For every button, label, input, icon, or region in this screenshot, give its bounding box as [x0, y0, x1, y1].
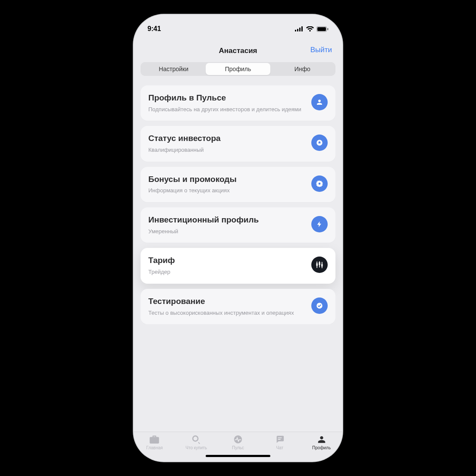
- svg-rect-0: [295, 30, 296, 31]
- cellular-icon: [295, 26, 304, 31]
- svg-rect-17: [278, 437, 282, 438]
- card-subtitle: Трейдер: [148, 268, 305, 276]
- card-title: Бонусы и промокоды: [148, 175, 305, 185]
- card-investment-profile[interactable]: Инвестиционный профиль Умеренный: [141, 207, 335, 243]
- profile-sections: Профиль в Пульсе Подписывайтесь на други…: [134, 81, 342, 324]
- svg-rect-10: [316, 263, 318, 266]
- card-investor-status[interactable]: Статус инвестора Квалифицированный: [141, 126, 335, 161]
- chat-icon: [274, 435, 285, 444]
- svg-point-8: [319, 182, 321, 185]
- screen: 9:41 Анастасия Выйти: [134, 15, 342, 461]
- gear-star-icon: [311, 175, 328, 192]
- phone-frame: 9:41 Анастасия Выйти: [134, 15, 342, 461]
- tab-home[interactable]: Главная: [139, 435, 170, 450]
- svg-rect-2: [299, 28, 301, 31]
- bolt-icon: [311, 216, 328, 232]
- svg-rect-1: [297, 29, 298, 31]
- tab-label: Профиль: [312, 445, 331, 450]
- card-title: Профиль в Пульсе: [148, 93, 305, 103]
- svg-rect-5: [317, 27, 326, 31]
- briefcase-icon: [149, 435, 160, 444]
- tab-label: Что купить: [185, 445, 207, 450]
- candles-icon: [311, 257, 328, 273]
- card-subtitle: Умеренный: [148, 228, 305, 235]
- card-tariff[interactable]: Тариф Трейдер: [141, 248, 335, 283]
- status-time: 9:41: [147, 25, 161, 33]
- card-title: Тариф: [148, 256, 305, 266]
- person-icon: [311, 94, 328, 110]
- card-pulse-profile[interactable]: Профиль в Пульсе Подписывайтесь на други…: [141, 85, 335, 121]
- segmented-control: Настройки Профиль Инфо: [141, 62, 335, 76]
- card-subtitle: Квалифицированный: [148, 146, 305, 154]
- status-bar: 9:41: [134, 15, 342, 39]
- card-subtitle: Тесты о высокорискованных инструментах и…: [148, 309, 305, 317]
- card-testing[interactable]: Тестирование Тесты о высокорискованных и…: [141, 289, 335, 324]
- wifi-icon: [306, 26, 314, 31]
- tab-what-to-buy[interactable]: Что купить: [181, 435, 212, 450]
- page-title: Анастасия: [219, 47, 257, 55]
- tab-profile[interactable]: Профиль: [206, 63, 270, 75]
- home-indicator: [206, 455, 270, 457]
- tab-info[interactable]: Инфо: [270, 63, 335, 75]
- tab-label: Пульс: [232, 445, 244, 450]
- tab-profile[interactable]: Профиль: [306, 435, 337, 450]
- svg-rect-12: [319, 263, 320, 266]
- tab-settings[interactable]: Настройки: [141, 63, 206, 75]
- tab-chat[interactable]: Чат: [264, 435, 295, 450]
- pulse-icon: [232, 435, 244, 444]
- card-title: Статус инвестора: [148, 134, 305, 144]
- card-title: Инвестиционный профиль: [148, 215, 305, 225]
- svg-rect-18: [278, 439, 280, 440]
- tab-pulse[interactable]: Пульс: [222, 435, 254, 450]
- person-icon: [316, 435, 327, 444]
- svg-rect-14: [321, 264, 323, 267]
- card-bonuses[interactable]: Бонусы и промокоды Информация о текущих …: [141, 167, 335, 202]
- card-subtitle: Информация о текущих акциях: [148, 187, 305, 194]
- logout-button[interactable]: Выйти: [310, 46, 332, 54]
- badge-star-icon: [311, 135, 328, 151]
- search-icon: [191, 435, 202, 444]
- card-title: Тестирование: [148, 297, 305, 307]
- card-subtitle: Подписывайтесь на других инвесторов и де…: [148, 106, 305, 113]
- nav-header: Анастасия Выйти: [134, 39, 342, 61]
- check-circle-icon: [311, 298, 328, 314]
- tab-label: Главная: [146, 445, 163, 450]
- svg-rect-3: [301, 26, 303, 31]
- tab-label: Чат: [276, 445, 283, 450]
- svg-rect-6: [327, 28, 329, 30]
- battery-icon: [316, 26, 329, 32]
